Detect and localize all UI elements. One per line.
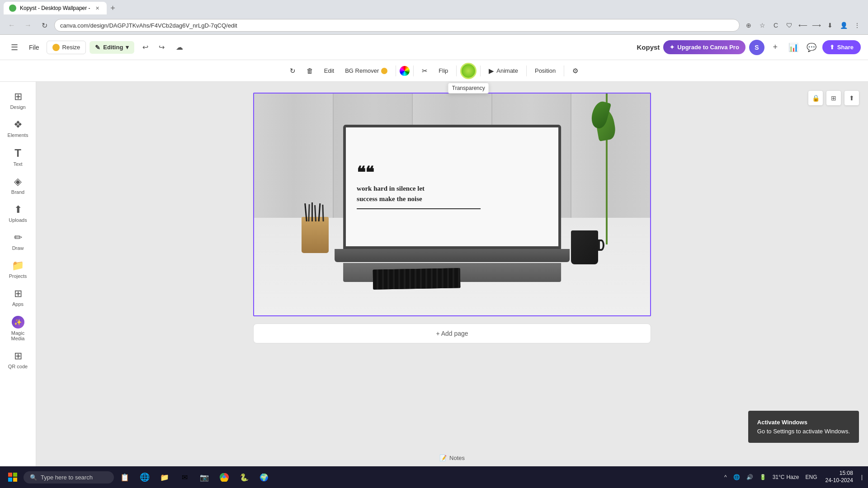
position-btn[interactable]: Position — [530, 65, 560, 77]
sidebar-item-projects[interactable]: 📁 Projects — [3, 256, 33, 282]
flip-btn[interactable]: Flip — [434, 65, 453, 77]
mug-handle — [598, 239, 604, 251]
transparency-wrapper: Transparency — [460, 63, 476, 79]
export-canvas-btn[interactable]: ⬆ — [844, 91, 859, 105]
edit-tool-btn[interactable]: Edit — [320, 65, 339, 77]
systray-volume[interactable]: 🔊 — [745, 474, 755, 480]
tab-title: Kopyst - Desktop Wallpaper - — [20, 5, 90, 11]
desk-scene: ❝❝ work hard in silence let success make… — [254, 94, 650, 315]
clock-date: 24-10-2024 — [825, 477, 853, 484]
svg-rect-0 — [8, 473, 12, 477]
transparency-btn[interactable] — [460, 63, 476, 79]
new-tab-btn[interactable]: + — [107, 2, 119, 14]
taskbar-app-task-view[interactable]: 📋 — [116, 468, 134, 486]
taskbar-app-mail[interactable]: ✉ — [175, 468, 193, 486]
sidebar-label-qrcode: QR code — [8, 364, 28, 369]
back-btn[interactable]: ← — [5, 19, 18, 32]
taskbar-app-python[interactable]: 🐍 — [235, 468, 253, 486]
add-page-btn[interactable]: + Add page — [253, 324, 651, 343]
browser-tab-active[interactable]: Kopyst - Desktop Wallpaper - ✕ — [4, 2, 107, 14]
tool-separator-2 — [413, 66, 414, 76]
taskbar-search[interactable]: 🔍 Type here to search — [24, 471, 114, 483]
sidebar-label-elements: Elements — [8, 132, 28, 138]
refresh-btn[interactable]: ↻ — [38, 19, 51, 32]
chart-btn[interactable]: 📊 — [786, 40, 801, 55]
systray-network[interactable]: 🌐 — [731, 474, 742, 480]
design-canvas[interactable]: ❝❝ work hard in silence let success make… — [253, 93, 651, 316]
color-picker-btn[interactable] — [400, 66, 410, 76]
hamburger-btn[interactable]: ☰ — [7, 40, 22, 55]
share-icon: ⬆ — [830, 44, 835, 51]
sidebar-item-brand[interactable]: ◈ Brand — [3, 172, 33, 198]
systray-lang[interactable]: ENG — [803, 474, 819, 480]
resize-btn[interactable]: Resize — [47, 41, 86, 54]
history-btn2[interactable]: ⟶ — [811, 20, 822, 31]
zoom-btn[interactable]: ⊕ — [743, 20, 754, 31]
sidebar-item-magic[interactable]: ✨ Magic Media — [3, 312, 33, 345]
ext-btn2[interactable]: 🛡 — [784, 20, 795, 31]
bg-remover-btn[interactable]: BG Remover — [340, 65, 392, 77]
undo-btn[interactable]: ↩ — [138, 40, 152, 55]
browser-actions: ⊕ ☆ C 🛡 ⟵ ⟶ ⬇ 👤 ⋮ — [743, 20, 863, 31]
animate-icon: ▶ — [489, 67, 494, 75]
sidebar-item-elements[interactable]: ❖ Elements — [3, 115, 33, 141]
lock-btn[interactable]: 🔒 — [808, 91, 823, 105]
show-desktop-btn[interactable]: | — [859, 474, 864, 480]
quote-text: work hard in silence let success make th… — [357, 183, 425, 204]
comment-btn[interactable]: 💬 — [804, 40, 819, 55]
plus-btn[interactable]: + — [768, 40, 783, 55]
forward-btn[interactable]: → — [22, 19, 34, 32]
delete-tool-btn[interactable]: 🗑 — [302, 64, 318, 77]
tab-close-btn[interactable]: ✕ — [94, 5, 101, 12]
star-btn[interactable]: ☆ — [757, 20, 768, 31]
upgrade-btn[interactable]: ✦ Upgrade to Canva Pro — [663, 40, 745, 54]
share-btn[interactable]: ⬆ Share — [822, 40, 861, 54]
taskbar-app-browser2[interactable]: 🌍 — [255, 468, 273, 486]
file-btn[interactable]: File — [25, 42, 43, 53]
menu-btn[interactable]: ⋮ — [852, 20, 863, 31]
edge-icon: 🌐 — [140, 472, 150, 482]
sidebar-item-design[interactable]: ⊞ Design — [3, 87, 33, 113]
canva-ext-btn[interactable]: C — [770, 20, 781, 31]
filter-btn[interactable]: ⚙ — [568, 64, 583, 78]
canvas-bottom-toolbar: 📝 Notes — [439, 455, 465, 461]
duplicate-btn[interactable]: ⊞ — [826, 91, 841, 105]
design-icon: ⊞ — [14, 91, 22, 103]
crop-tool-btn[interactable]: ✂ — [417, 64, 432, 78]
clock-area[interactable]: 15:08 24-10-2024 — [821, 470, 856, 484]
taskbar-app-edge[interactable]: 🌐 — [136, 468, 154, 486]
taskbar-app-explorer[interactable]: 📁 — [156, 468, 174, 486]
sidebar-item-draw[interactable]: ✏ Draw — [3, 228, 33, 254]
address-input[interactable]: canva.com/design/DAGPJTKvAhs/F4VCb2dag6V… — [54, 19, 740, 32]
download-btn[interactable]: ⬇ — [825, 20, 835, 31]
systray-battery[interactable]: 🔋 — [758, 474, 768, 480]
systray-chevron[interactable]: ^ — [722, 474, 729, 480]
taskbar-app-chrome[interactable] — [215, 468, 233, 486]
taskbar-app-photos[interactable]: 📷 — [195, 468, 213, 486]
bg-remover-label: BG Remover — [345, 67, 379, 74]
refresh-tool-btn[interactable]: ↻ — [285, 64, 300, 78]
chrome-icon — [220, 473, 229, 482]
avatar-btn[interactable]: S — [749, 40, 764, 55]
tool-separator-1 — [396, 66, 396, 76]
editing-btn[interactable]: ✎ Editing ▾ — [90, 41, 134, 54]
redo-btn[interactable]: ↪ — [154, 40, 169, 55]
sidebar-item-uploads[interactable]: ⬆ Uploads — [3, 200, 33, 226]
profile-btn[interactable]: 👤 — [838, 20, 849, 31]
pencil-3 — [311, 202, 313, 221]
notes-icon: 📝 — [439, 455, 447, 461]
sidebar-item-text[interactable]: T Text — [3, 143, 33, 170]
cloud-save-btn[interactable]: ☁ — [172, 40, 187, 55]
history-btn[interactable]: ⟵ — [797, 20, 808, 31]
taskbar-start-btn[interactable] — [4, 468, 22, 486]
sidebar-label-uploads: Uploads — [9, 217, 27, 223]
systray-weather: 31°C Haze — [771, 474, 801, 480]
sidebar-label-apps: Apps — [12, 301, 24, 307]
qrcode-icon: ⊞ — [14, 350, 22, 362]
sidebar-item-apps[interactable]: ⊞ Apps — [3, 284, 33, 310]
sidebar-item-qrcode[interactable]: ⊞ QR code — [3, 347, 33, 373]
plant — [587, 94, 627, 244]
upgrade-label: Upgrade to Canva Pro — [677, 44, 739, 51]
animate-label: Animate — [496, 67, 518, 74]
animate-btn[interactable]: ▶ Animate — [484, 64, 523, 78]
